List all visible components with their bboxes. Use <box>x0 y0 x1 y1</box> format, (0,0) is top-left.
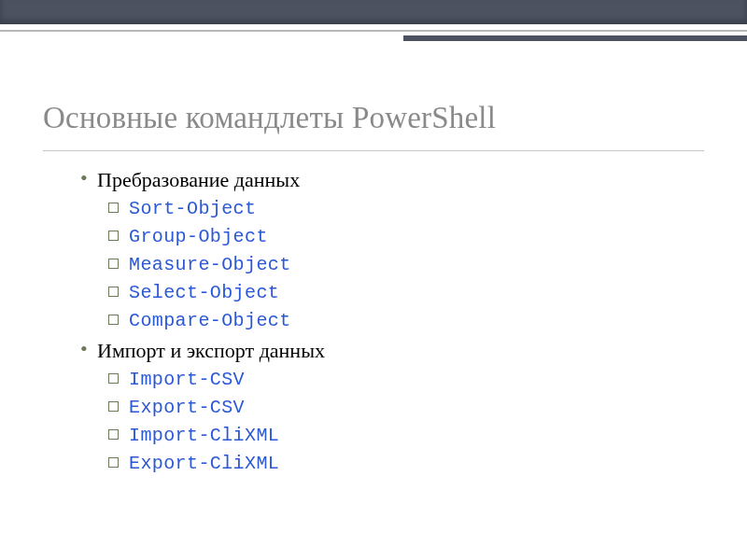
cmdlet-item: Import-CliXML <box>108 423 704 448</box>
slide-top-bar <box>0 0 747 24</box>
cmdlet-text: Select-Object <box>129 282 279 303</box>
section-heading-text: Пребразование данных <box>97 168 300 191</box>
cmdlet-text: Export-CliXML <box>129 453 279 474</box>
cmdlet-text: Measure-Object <box>129 254 291 275</box>
cmdlet-text: Group-Object <box>129 226 268 247</box>
section-heading-text: Импорт и экспорт данных <box>97 339 325 362</box>
rule-thin <box>0 30 747 32</box>
section-heading: Импорт и экспорт данных <box>80 339 704 363</box>
cmdlet-item: Export-CSV <box>108 395 704 420</box>
slide-title: Основные командлеты PowerShell <box>43 101 704 135</box>
cmdlet-list: Import-CSV Export-CSV Import-CliXML Expo… <box>80 367 704 476</box>
cmdlet-item: Select-Object <box>108 280 704 305</box>
cmdlet-item: Sort-Object <box>108 196 704 221</box>
cmdlet-text: Sort-Object <box>129 198 256 219</box>
content-area: Пребразование данных Sort-Object Group-O… <box>43 168 704 476</box>
cmdlet-item: Export-CliXML <box>108 451 704 476</box>
slide-rule-area <box>0 24 747 45</box>
cmdlet-text: Compare-Object <box>129 310 291 331</box>
cmdlet-text: Import-CSV <box>129 369 245 390</box>
cmdlet-item: Import-CSV <box>108 367 704 392</box>
cmdlet-item: Compare-Object <box>108 308 704 333</box>
cmdlet-text: Export-CSV <box>129 397 245 418</box>
section-heading: Пребразование данных <box>80 168 704 192</box>
cmdlet-item: Measure-Object <box>108 252 704 277</box>
title-divider <box>43 150 704 151</box>
cmdlet-text: Import-CliXML <box>129 425 279 446</box>
cmdlet-item: Group-Object <box>108 224 704 249</box>
slide-body: Основные командлеты PowerShell Пребразов… <box>0 45 747 476</box>
rule-thick <box>403 35 747 41</box>
cmdlet-list: Sort-Object Group-Object Measure-Object … <box>80 196 704 333</box>
